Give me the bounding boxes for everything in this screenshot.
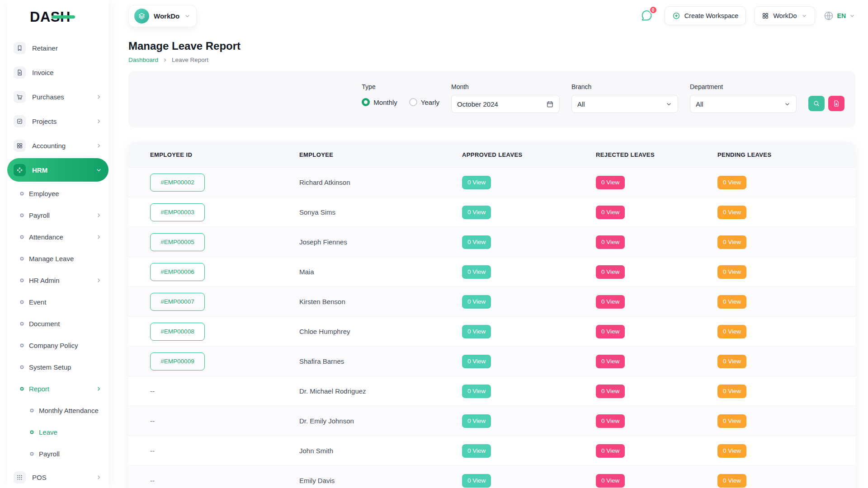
pending-view-cell: 0 View: [717, 295, 855, 309]
approved-view-cell: 0 View: [462, 385, 596, 398]
main-content: Manage Leave Report Dashboard Leave Repo…: [128, 32, 855, 488]
sidebar-item-payroll[interactable]: Payroll: [7, 443, 108, 465]
employee-id-button[interactable]: #EMP00009: [150, 352, 205, 371]
sidebar-item-document[interactable]: Document: [7, 313, 108, 334]
employee-id-button[interactable]: #EMP00005: [150, 233, 205, 251]
branch-select[interactable]: All: [571, 95, 678, 113]
language-selector[interactable]: EN: [823, 10, 855, 21]
search-button[interactable]: [808, 96, 825, 111]
approved-view-badge[interactable]: 0 View: [462, 265, 491, 279]
pending-view-badge[interactable]: 0 View: [717, 325, 746, 338]
pending-view-cell: 0 View: [717, 325, 855, 338]
sidebar-item-employee[interactable]: Employee: [7, 183, 108, 204]
pending-view-badge[interactable]: 0 View: [717, 295, 746, 309]
chevron-right-icon: [162, 57, 168, 63]
rejected-view-badge[interactable]: 0 View: [596, 176, 625, 189]
sidebar-item-leave[interactable]: Leave: [7, 421, 108, 443]
sidebar-item-payroll[interactable]: Payroll: [7, 204, 108, 226]
department-select[interactable]: All: [690, 95, 797, 113]
rejected-view-badge[interactable]: 0 View: [596, 325, 625, 338]
bullet-ring-icon: [19, 386, 25, 392]
messages-button[interactable]: 0: [640, 9, 653, 22]
employee-id-empty: --: [150, 387, 155, 395]
employee-id-cell: --: [150, 417, 299, 425]
sidebar-item-label: Payroll: [29, 211, 50, 219]
sidebar-item-system-setup[interactable]: System Setup: [7, 356, 108, 378]
employee-id-button[interactable]: #EMP00003: [150, 203, 205, 221]
rejected-view-badge[interactable]: 0 View: [596, 355, 625, 368]
rejected-view-badge[interactable]: 0 View: [596, 265, 625, 279]
rejected-view-cell: 0 View: [596, 355, 717, 368]
sidebar-item-retainer[interactable]: Retainer: [7, 36, 108, 60]
workspace-selector[interactable]: WorkDo: [128, 5, 197, 27]
pending-view-badge[interactable]: 0 View: [717, 176, 746, 189]
employee-name: Emily Davis: [299, 477, 462, 484]
employee-id-button[interactable]: #EMP00008: [150, 323, 205, 341]
calendar-icon: [546, 100, 554, 108]
approved-view-badge[interactable]: 0 View: [462, 385, 491, 398]
table-row: #EMP00005Joseph Fiennes0 View0 View0 Vie…: [128, 227, 855, 257]
sidebar-item-hr-admin[interactable]: HR Admin: [7, 269, 108, 291]
sidebar-item-label: Accounting: [32, 142, 66, 150]
employee-id-button[interactable]: #EMP00002: [150, 174, 205, 192]
sidebar-item-accounting[interactable]: Accounting: [7, 134, 108, 157]
approved-view-badge[interactable]: 0 View: [462, 444, 491, 458]
logo-dash-accent: [52, 15, 75, 19]
pending-view-cell: 0 View: [717, 444, 855, 458]
leave-report-table: EMPLOYEE IDEMPLOYEEAPPROVED LEAVESREJECT…: [128, 142, 855, 488]
radio-yearly[interactable]: Yearly: [409, 98, 439, 106]
sidebar-item-purchases[interactable]: Purchases: [7, 85, 108, 108]
approved-view-badge[interactable]: 0 View: [462, 176, 491, 189]
sidebar-item-projects[interactable]: Projects: [7, 109, 108, 133]
sidebar-item-invoice[interactable]: Invoice: [7, 61, 108, 84]
sidebar-item-monthly-attendance[interactable]: Monthly Attendance: [7, 399, 108, 421]
sidebar-item-event[interactable]: Event: [7, 291, 108, 313]
approved-view-badge[interactable]: 0 View: [462, 295, 491, 309]
rejected-view-badge[interactable]: 0 View: [596, 206, 625, 219]
approved-view-badge[interactable]: 0 View: [462, 325, 491, 338]
approved-view-badge[interactable]: 0 View: [462, 474, 491, 488]
pending-view-badge[interactable]: 0 View: [717, 385, 746, 398]
employee-id-cell: --: [150, 387, 299, 395]
pending-view-cell: 0 View: [717, 474, 855, 488]
rejected-view-badge[interactable]: 0 View: [596, 235, 625, 249]
sidebar-item-hrm[interactable]: HRM: [7, 158, 108, 182]
sidebar-item-company-policy[interactable]: Company Policy: [7, 334, 108, 356]
approved-view-badge[interactable]: 0 View: [462, 206, 491, 219]
approved-view-badge[interactable]: 0 View: [462, 414, 491, 428]
app-logo[interactable]: DASH: [30, 9, 71, 25]
sidebar-item-manage-leave[interactable]: Manage Leave: [7, 248, 108, 269]
pending-view-badge[interactable]: 0 View: [717, 265, 746, 279]
plus-circle-icon: [672, 12, 680, 20]
sidebar-item-attendance[interactable]: Attendance: [7, 226, 108, 248]
radio-monthly[interactable]: Monthly: [362, 98, 397, 106]
month-filter: Month October 2024: [451, 83, 560, 113]
approved-view-badge[interactable]: 0 View: [462, 355, 491, 368]
pending-view-badge[interactable]: 0 View: [717, 444, 746, 458]
employee-id-button[interactable]: #EMP00006: [150, 263, 205, 281]
pending-view-badge[interactable]: 0 View: [717, 355, 746, 368]
export-button[interactable]: [828, 96, 844, 111]
pending-view-badge[interactable]: 0 View: [717, 206, 746, 219]
breadcrumb-dashboard-link[interactable]: Dashboard: [128, 56, 158, 63]
employee-id-cell: #EMP00007: [150, 293, 299, 311]
table-row: --Dr. Michael Rodriguez0 View0 View0 Vie…: [128, 376, 855, 406]
create-workspace-button[interactable]: Create Workspace: [665, 6, 746, 25]
approved-view-cell: 0 View: [462, 265, 596, 279]
rejected-view-badge[interactable]: 0 View: [596, 474, 625, 488]
employee-id-button[interactable]: #EMP00007: [150, 293, 205, 311]
sidebar-item-report[interactable]: Report: [7, 378, 108, 399]
rejected-view-badge[interactable]: 0 View: [596, 295, 625, 309]
pending-view-badge[interactable]: 0 View: [717, 474, 746, 488]
workspace-menu-button[interactable]: WorkDo: [754, 6, 815, 25]
sidebar-item-label: Manage Leave: [29, 255, 74, 263]
approved-view-badge[interactable]: 0 View: [462, 235, 491, 249]
rejected-view-badge[interactable]: 0 View: [596, 414, 625, 428]
employee-name: Dr. Emily Johnson: [299, 417, 462, 425]
pending-view-badge[interactable]: 0 View: [717, 235, 746, 249]
rejected-view-badge[interactable]: 0 View: [596, 385, 625, 398]
rejected-view-badge[interactable]: 0 View: [596, 444, 625, 458]
pending-view-badge[interactable]: 0 View: [717, 414, 746, 428]
month-input[interactable]: October 2024: [451, 95, 560, 113]
sidebar-item-pos[interactable]: POS: [7, 465, 108, 488]
